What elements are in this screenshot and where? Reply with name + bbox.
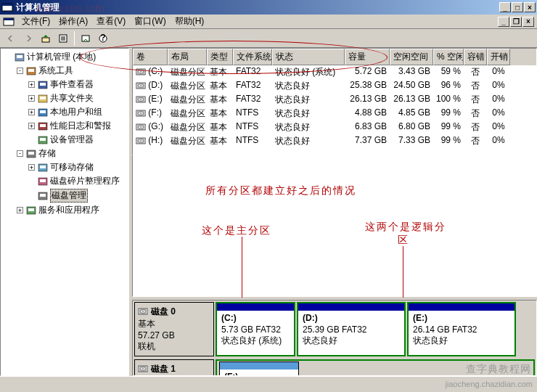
tree-item-1[interactable]: -系统工具 (2, 64, 127, 78)
tree-label: 性能日志和警报 (50, 120, 111, 132)
volume-row[interactable]: (H:)磁盘分区基本NTFS状态良好7.37 GB7.33 GB99 %否0% (133, 134, 536, 148)
list-cell: 磁盘分区 (168, 121, 207, 134)
tree-toggle-icon[interactable]: + (28, 123, 35, 129)
menu-view[interactable]: 查看(V) (92, 14, 130, 29)
volume-row[interactable]: (E:)磁盘分区基本FAT32状态良好26.13 GB26.13 GB100 %… (133, 93, 536, 107)
tree-item-2[interactable]: +事件查看器 (2, 78, 127, 91)
menu-action[interactable]: 操作(A) (54, 14, 92, 29)
statusbar: jiaocheng.chazidian.com (0, 376, 537, 391)
list-cell: 状态良好 (272, 134, 345, 148)
column-header-7[interactable]: % 空闲 (433, 49, 464, 65)
tree-item-7[interactable]: -存储 (2, 147, 127, 160)
column-header-3[interactable]: 文件系统 (233, 49, 272, 65)
partition-E[interactable]: (E:)26.14 GB FAT32状态良好 (407, 302, 516, 356)
mdi-minimize-button[interactable]: _ (498, 17, 509, 27)
partition-D[interactable]: (D:)25.39 GB FAT32状态良好 (297, 302, 406, 356)
help-button[interactable]: ? (95, 30, 111, 46)
properties-button[interactable] (55, 30, 71, 46)
statusbar-url: jiaocheng.chazidian.com (446, 380, 533, 388)
list-cell: NTFS (233, 134, 272, 148)
list-cell: 0% (487, 93, 510, 107)
tree-item-5[interactable]: +性能日志和警报 (2, 119, 127, 133)
tree-toggle-icon[interactable]: + (28, 109, 35, 115)
svg-rect-19 (40, 97, 46, 99)
list-cell: 7.37 GB (345, 134, 390, 148)
column-header-9[interactable]: 开销 (487, 49, 510, 65)
column-header-1[interactable]: 布局 (168, 49, 207, 65)
disk-row: 磁盘 0基本57.27 GB联机(C:)5.73 GB FAT32状态良好 (系… (134, 302, 535, 356)
column-header-5[interactable]: 容量 (345, 49, 390, 65)
minimize-button[interactable]: _ (499, 2, 511, 12)
storage-icon (25, 148, 37, 160)
users-icon (37, 107, 49, 118)
column-header-0[interactable]: 卷 (133, 49, 168, 65)
disk-icon (138, 363, 148, 373)
disk-info[interactable]: 磁盘 1基本19.08 GB联机 (134, 359, 214, 376)
tree-item-11[interactable]: +服务和应用程序 (2, 203, 127, 217)
partition-F[interactable]: (F:)4.88 GB NTFS状态良好 (219, 362, 299, 376)
diskmgmt-icon (37, 190, 49, 202)
svg-rect-35 (28, 208, 34, 211)
tree-toggle-icon[interactable]: + (28, 95, 35, 102)
tree-toggle-icon[interactable]: + (17, 207, 23, 213)
list-cell: 26.13 GB (390, 93, 433, 107)
forward-button (20, 30, 36, 46)
disk-info[interactable]: 磁盘 0基本57.27 GB联机 (134, 302, 214, 356)
list-cell: 基本 (207, 121, 233, 134)
list-cell: 状态良好 (272, 107, 345, 121)
volume-row[interactable]: (D:)磁盘分区基本FAT32状态良好25.38 GB24.50 GB96 %否… (133, 79, 536, 93)
tree-item-9[interactable]: 磁盘碎片整理程序 (2, 174, 127, 188)
watermark-bottom: 查字典教程网 (466, 363, 531, 376)
svg-rect-21 (40, 110, 46, 113)
column-header-6[interactable]: 空闲空间 (390, 49, 433, 65)
list-cell: 99 % (433, 107, 464, 121)
partition-C[interactable]: (C:)5.73 GB FAT32状态良好 (系统) (216, 302, 295, 356)
tree-item-4[interactable]: +本地用户和组 (2, 105, 127, 119)
svg-point-59 (142, 368, 144, 369)
tree-view[interactable]: 计算机管理 (本地)-系统工具+事件查看器+共享文件夹+本地用户和组+性能日志和… (0, 48, 129, 376)
mdi-restore-button[interactable]: ❐ (510, 17, 522, 27)
svg-rect-23 (40, 124, 46, 127)
tree-toggle-icon[interactable]: - (17, 68, 23, 74)
svg-rect-4 (42, 38, 49, 42)
up-button[interactable] (38, 30, 54, 46)
column-header-2[interactable]: 类型 (207, 49, 233, 65)
tree-item-3[interactable]: +共享文件夹 (2, 91, 127, 105)
tree-label: 存储 (38, 147, 56, 160)
device-icon (37, 134, 49, 146)
tree-item-8[interactable]: +可移动存储 (2, 160, 127, 174)
menu-window[interactable]: 窗口(W) (130, 14, 170, 29)
close-button[interactable]: × (524, 2, 536, 12)
list-cell: 磁盘分区 (168, 107, 207, 121)
maximize-button[interactable]: □ (512, 2, 523, 12)
menu-help[interactable]: 帮助(H) (171, 14, 209, 29)
tree-item-10[interactable]: 磁盘管理 (2, 188, 127, 203)
tree-toggle-icon[interactable]: + (28, 81, 35, 88)
toolbar: ? (0, 29, 537, 48)
svg-rect-1 (2, 4, 12, 6)
mdi-close-button[interactable]: × (522, 17, 534, 27)
list-cell: 否 (464, 134, 487, 148)
volume-list[interactable]: 卷布局类型文件系统状态容量空闲空间% 空闲容错开销 (C:)磁盘分区基本FAT3… (132, 48, 537, 155)
tree-item-6[interactable]: 设备管理器 (2, 133, 127, 147)
tree-toggle-icon[interactable]: + (28, 164, 35, 171)
tree-label: 可移动存储 (50, 161, 94, 173)
list-cell: 否 (464, 121, 487, 134)
tree-item-0[interactable]: 计算机管理 (本地) (2, 50, 127, 64)
tree-label: 设备管理器 (50, 134, 94, 146)
list-cell: (F:) (133, 107, 168, 121)
menu-file[interactable]: 文件(F) (17, 14, 54, 29)
tree-toggle-icon[interactable]: - (17, 150, 23, 157)
volume-row[interactable]: (C:)磁盘分区基本FAT32状态良好 (系统)5.72 GB3.43 GB59… (133, 65, 536, 79)
volume-row[interactable]: (G:)磁盘分区基本NTFS状态良好6.83 GB6.80 GB99 %否0% (133, 121, 536, 134)
menubar: 文件(F) 操作(A) 查看(V) 窗口(W) 帮助(H) _ ❐ × (0, 15, 537, 29)
refresh-button[interactable] (78, 30, 94, 46)
list-cell: (H:) (133, 134, 168, 148)
list-cell: 100 % (433, 93, 464, 107)
svg-point-38 (140, 71, 142, 73)
volume-row[interactable]: (F:)磁盘分区基本NTFS状态良好4.88 GB4.85 GB99 %否0% (133, 107, 536, 121)
column-header-4[interactable]: 状态 (272, 49, 345, 65)
annotation-line-1 (242, 237, 242, 298)
column-header-8[interactable]: 容错 (464, 49, 487, 65)
svg-point-50 (140, 126, 142, 128)
